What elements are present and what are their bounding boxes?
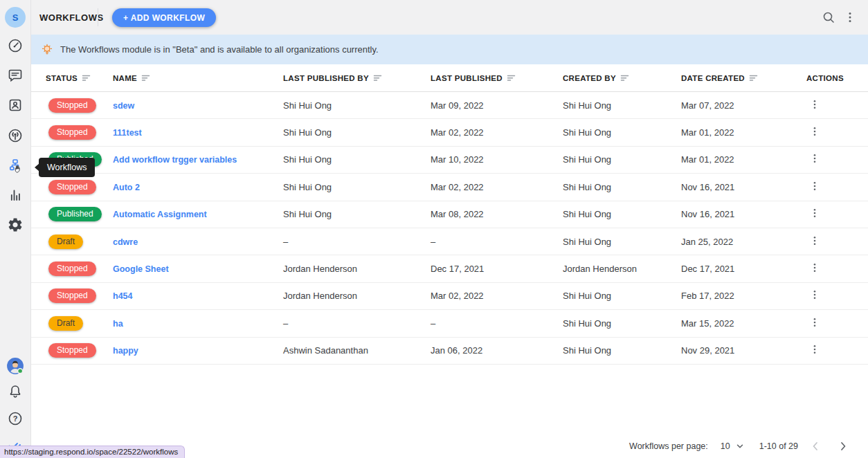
sort-icon [141,73,150,82]
row-actions-kebab-icon[interactable] [809,153,820,164]
column-header-last-published-by[interactable]: LAST PUBLISHED BY [283,73,431,82]
sidebar-item-broadcast[interactable] [7,127,24,144]
status-badge: Stopped [48,98,96,113]
add-workflow-button[interactable]: + ADD WORKFLOW [112,8,216,27]
column-header-actions: ACTIONS [806,74,868,82]
status-badge: Stopped [48,262,96,276]
sidebar-item-reports[interactable] [7,187,24,203]
overflow-menu-icon[interactable] [842,9,858,26]
column-header-date-created[interactable]: DATE CREATED [681,73,806,82]
workflow-name-link[interactable]: ha [113,319,123,329]
row-actions-kebab-icon[interactable] [809,126,820,137]
messages-icon [7,67,24,84]
workflow-name-link[interactable]: cdwre [113,237,138,247]
sort-icon [749,73,758,82]
last-published-cell: Mar 02, 2022 [431,127,563,138]
last-published-cell: Dec 17, 2021 [431,264,563,274]
column-header-name[interactable]: NAME [113,73,283,82]
sidebar-item-dashboard[interactable] [7,37,24,54]
topbar: WORKFLOWS + ADD WORKFLOW [30,0,868,35]
workflow-name-link[interactable]: Auto 2 [113,183,140,192]
settings-icon [7,217,24,233]
topbar-divider [98,8,98,26]
last-published-cell: Mar 02, 2022 [431,291,563,301]
sidebar-item-notifications[interactable] [7,383,24,400]
sidebar-item-workflows[interactable] [7,158,24,174]
row-actions-kebab-icon[interactable] [809,208,820,219]
next-page-icon[interactable] [837,440,849,452]
row-actions-kebab-icon[interactable] [809,344,820,355]
per-page-chevron-down-icon[interactable] [736,442,744,450]
column-header-label: CREATED BY [563,74,616,82]
last-published-by-cell: – [283,237,431,247]
row-actions-kebab-icon[interactable] [809,99,820,110]
last-published-by-cell: Shi Hui Ong [283,182,431,192]
table-row: Stopped happy Ashwin Sadananthan Jan 06,… [30,338,868,365]
workflow-name-link[interactable]: Automatic Assignment [113,210,207,219]
table-header-row: STATUS NAME LAST PUBLISHED BY LAST PUBLI… [30,64,868,92]
last-published-by-cell: Shi Hui Ong [283,209,431,219]
notifications-icon [7,383,24,400]
created-by-cell: Jordan Henderson [563,264,681,274]
row-actions-kebab-icon[interactable] [809,235,820,246]
last-published-cell: – [431,318,563,329]
page-title: WORKFLOWS [39,12,104,23]
column-header-last-published[interactable]: LAST PUBLISHED [431,73,563,82]
last-published-by-cell: Ashwin Sadananthan [283,345,431,356]
date-created-cell: Mar 01, 2022 [681,154,806,165]
row-actions-kebab-icon[interactable] [809,289,820,300]
table-row: Published Automatic Assignment Shi Hui O… [30,201,868,228]
date-created-cell: Mar 07, 2022 [681,100,806,111]
per-page-label: Workflows per page: [629,441,708,451]
beta-banner-text: The Workflows module is in "Beta" and is… [60,44,379,55]
column-header-label: LAST PUBLISHED [431,74,503,82]
table-row: Stopped h454 Jordan Henderson Mar 02, 20… [30,283,868,310]
column-header-label: DATE CREATED [681,74,745,82]
column-header-status[interactable]: STATUS [46,73,113,82]
user-avatar-image [6,357,24,375]
sidebar-item-help[interactable]: ? [7,410,24,427]
sidebar-item-messages[interactable] [7,67,24,84]
row-actions-kebab-icon[interactable] [809,317,820,328]
sidebar-item-contacts[interactable] [7,97,24,113]
last-published-by-cell: Shi Hui Ong [283,127,431,138]
created-by-cell: Shi Hui Ong [563,127,681,138]
workflow-name-link[interactable]: h454 [113,291,133,301]
created-by-cell: Shi Hui Ong [563,291,681,301]
workflow-name-link[interactable]: happy [113,346,138,356]
status-badge: Stopped [48,288,96,303]
created-by-cell: Shi Hui Ong [563,182,681,192]
workflow-name-link[interactable]: Add workflow trgger variables [113,155,237,165]
row-actions-kebab-icon[interactable] [809,181,820,192]
status-badge: Draft [48,235,83,249]
last-published-cell: Mar 09, 2022 [431,100,563,111]
workflow-name-link[interactable]: sdew [113,101,134,111]
table-row: Stopped sdew Shi Hui Ong Mar 09, 2022 Sh… [30,92,868,119]
last-published-cell: Mar 02, 2022 [431,182,563,192]
table-row: Stopped 111test Shi Hui Ong Mar 02, 2022… [30,119,868,146]
row-actions-kebab-icon[interactable] [809,262,820,273]
last-published-cell: Mar 08, 2022 [431,209,563,219]
workflows-table: STATUS NAME LAST PUBLISHED BY LAST PUBLI… [30,64,868,365]
column-header-created-by[interactable]: CREATED BY [563,73,681,82]
pagination-range: 1-10 of 29 [759,441,798,451]
created-by-cell: Shi Hui Ong [563,100,681,111]
table-row: Draft ha – – Shi Hui Ong Mar 15, 2022 [30,310,868,337]
search-icon[interactable] [820,9,837,26]
browser-status-url: https://staging.respond.io/space/22522/w… [0,446,185,458]
per-page-value[interactable]: 10 [721,441,730,451]
table-body: Stopped sdew Shi Hui Ong Mar 09, 2022 Sh… [30,92,868,365]
last-published-cell: – [431,237,563,247]
date-created-cell: Jan 25, 2022 [681,237,806,247]
created-by-cell: Shi Hui Ong [563,345,681,356]
prev-page-icon[interactable] [809,440,822,452]
column-header-label: LAST PUBLISHED BY [283,74,369,82]
org-avatar[interactable]: S [5,7,26,28]
sidebar: S [0,0,31,458]
sidebar-item-settings[interactable] [7,217,24,233]
table-row: Stopped Google Sheet Jordan Henderson De… [30,255,868,282]
created-by-cell: Shi Hui Ong [563,154,681,165]
workflow-name-link[interactable]: Google Sheet [113,264,169,274]
user-avatar[interactable] [6,357,24,375]
workflow-name-link[interactable]: 111test [113,128,142,138]
